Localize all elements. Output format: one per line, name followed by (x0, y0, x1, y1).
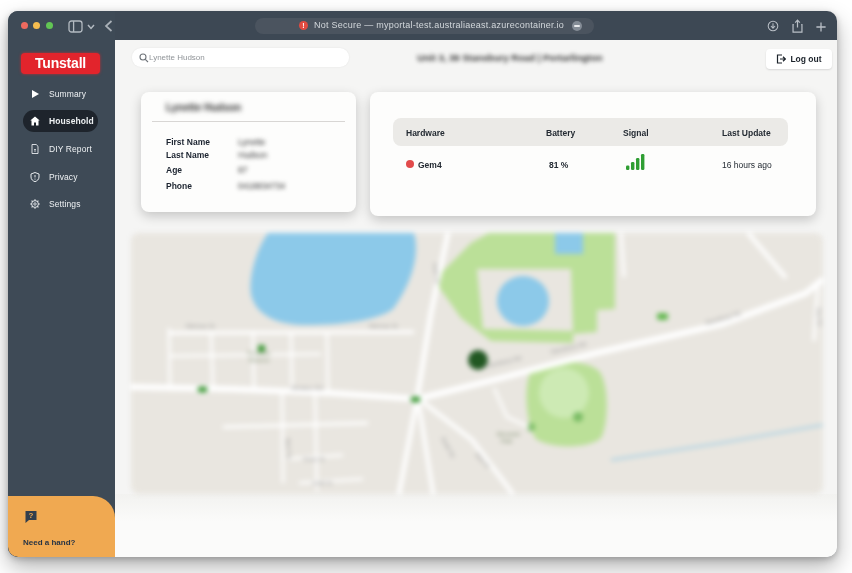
svg-text:Minlaton Rd: Minlaton Rd (291, 385, 323, 391)
svg-text:Trevaskis: Trevaskis (247, 350, 271, 356)
svg-text:Melrose St: Melrose St (369, 323, 398, 329)
svg-text:Memorial: Memorial (497, 431, 520, 437)
svg-text:?: ? (29, 511, 34, 520)
svg-text:Smart St: Smart St (303, 456, 325, 462)
svg-text:Reserve: Reserve (249, 357, 269, 363)
svg-text:Bay Rd: Bay Rd (816, 308, 823, 326)
svg-text:Edith St: Edith St (313, 480, 333, 486)
svg-text:Park: Park (501, 438, 513, 444)
svg-text:Melrose St: Melrose St (186, 323, 215, 329)
